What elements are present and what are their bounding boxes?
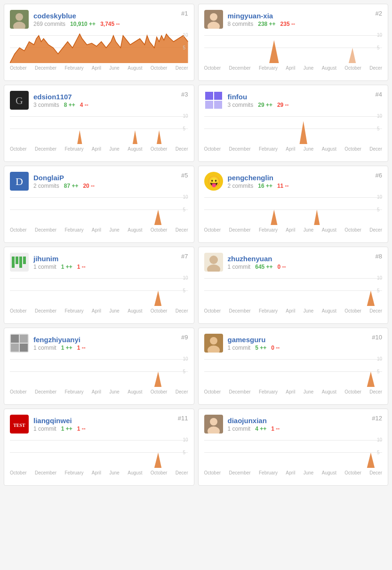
stats: 8 commits 238 ++ 235 -- [228,21,383,27]
chart-x-label: February [259,470,278,475]
username[interactable]: codeskyblue [33,12,76,20]
avatar [204,172,223,191]
username[interactable]: gamesguru [228,336,266,344]
chart-x-label: August [128,65,142,71]
chart-x-label: February [64,470,83,475]
chart-x-label: October [10,227,27,233]
deletions: 1 -- [271,425,280,432]
commits: 3 commits [33,102,59,108]
user-info: fengzhiyuanyi 1 commit 1 ++ 1 -- [33,336,188,351]
chart-labels: OctoberDecemberFebruaryAprilJuneAugustOc… [204,146,383,152]
svg-marker-23 [154,291,161,306]
stats: 1 commit 645 ++ 0 -- [228,264,383,270]
commits: 2 commits [228,183,254,189]
chart-x-label: December [229,146,250,152]
username[interactable]: finfou [228,93,248,101]
user-info: liangqinwei 1 commit 1 ++ 1 -- [33,417,188,432]
contributor-card-DonglaiP: DonglaiP 2 commits 87 ++ 20 -- #5 10 5 [4,166,194,243]
chart-x-label: August [322,308,336,313]
chart-area: 10 5 OctoberDecemberFebruaryAprilJuneAug… [204,32,383,75]
username[interactable]: DonglaiP [33,174,64,182]
chart-x-label: Decer [369,389,382,394]
user-info: finfou 3 commits 29 ++ 29 -- [228,93,383,108]
additions: 1 ++ [61,425,72,432]
chart-x-label: June [109,227,120,233]
svg-marker-29 [154,372,161,387]
chart-x-label: February [259,65,278,71]
svg-marker-20 [314,210,320,225]
chart-x-label: October [204,65,221,71]
avatar [204,415,223,434]
stats: 1 commit 1 ++ 1 -- [33,345,188,351]
card-header: edsion1107 3 commits 8 ++ 4 -- #3 [10,91,188,110]
contributor-card-jihunim: jihunim 1 commit 1 ++ 1 -- #7 10 5 [4,247,194,324]
chart-x-label: April [286,308,295,313]
chart-x-label: October [204,470,221,475]
chart-area: 10 5 OctoberDecemberFebruaryAprilJuneAug… [10,356,188,399]
avatar [204,10,223,29]
chart-x-label: December [35,389,56,394]
chart-area: 10 5 OctoberDecemberFebruaryAprilJuneAug… [204,113,383,156]
chart-x-label: February [64,308,83,313]
deletions: 4 -- [80,102,88,108]
username[interactable]: pengchenglin [228,174,274,182]
rank: #1 [181,10,188,17]
chart-x-label: October [204,227,221,233]
chart-labels: OctoberDecemberFebruaryAprilJuneAugustOc… [10,470,188,475]
chart-x-label: August [128,308,142,313]
username[interactable]: liangqinwei [33,417,72,425]
commits: 1 commit [228,345,251,351]
card-header: diaojunxian 1 commit 4 ++ 1 -- #12 [204,415,383,434]
chart-labels: OctoberDecemberFebruaryAprilJuneAugustOc… [10,146,188,152]
chart-x-label: October [10,470,27,475]
user-info: zhuzhenyuan 1 commit 645 ++ 0 -- [228,255,383,270]
card-header: DonglaiP 2 commits 87 ++ 20 -- #5 [10,172,188,191]
svg-marker-10 [157,130,161,144]
chart-x-label: October [10,146,27,152]
deletions: 11 -- [277,183,289,189]
chart-x-label: April [286,227,295,233]
card-header: pengchenglin 2 commits 16 ++ 11 -- #6 [204,172,383,191]
contributor-card-codeskyblue: codeskyblue 269 commits 10,910 ++ 3,745 … [4,4,194,81]
chart-x-label: April [286,389,295,394]
chart-area: 10 5 OctoberDecemberFebruaryAprilJuneAug… [10,437,188,480]
chart-x-label: February [259,308,278,313]
chart-x-label: October [151,146,168,152]
contributor-card-pengchenglin: pengchenglin 2 commits 16 ++ 11 -- #6 10… [198,166,389,243]
username[interactable]: fengzhiyuanyi [33,336,80,344]
commits: 3 commits [228,102,254,108]
rank: #4 [376,91,382,98]
rank: #11 [178,415,188,422]
svg-marker-16 [154,210,161,225]
user-info: codeskyblue 269 commits 10,910 ++ 3,745 … [33,12,188,27]
chart-labels: OctoberDecemberFebruaryAprilJuneAugustOc… [10,389,188,394]
commits: 1 commit [33,264,56,270]
username[interactable]: mingyuan-xia [228,12,273,20]
chart-x-label: April [92,227,101,233]
chart-x-label: October [10,308,27,313]
chart-area: 10 5 OctoberDecemberFebruaryAprilJuneAug… [204,194,383,237]
chart-x-label: June [109,65,120,71]
rank: #3 [181,91,188,98]
additions: 4 ++ [255,425,266,432]
deletions: 0 -- [278,264,286,270]
contributor-card-finfou: finfou 3 commits 29 ++ 29 -- #4 10 5 [198,85,389,162]
commits: 1 commit [228,264,251,270]
username[interactable]: edsion1107 [33,93,72,101]
username[interactable]: diaojunxian [228,417,267,425]
deletions: 1 -- [77,425,86,432]
username[interactable]: jihunim [33,255,58,263]
card-header: codeskyblue 269 commits 10,910 ++ 3,745 … [10,10,188,29]
username[interactable]: zhuzhenyuan [228,255,272,263]
chart-x-label: December [35,146,56,152]
chart-x-label: April [286,65,295,71]
contributor-card-edsion1107: edsion1107 3 commits 8 ++ 4 -- #3 10 5 [4,85,194,162]
chart-x-label: April [286,146,295,152]
chart-svg-container [10,356,188,388]
chart-svg-container [10,275,188,307]
avatar [204,91,223,110]
contributor-card-zhuzhenyuan: zhuzhenyuan 1 commit 645 ++ 0 -- #8 10 5 [198,247,389,324]
chart-x-label: October [151,227,168,233]
chart-x-label: February [64,146,83,152]
user-info: edsion1107 3 commits 8 ++ 4 -- [33,93,188,108]
